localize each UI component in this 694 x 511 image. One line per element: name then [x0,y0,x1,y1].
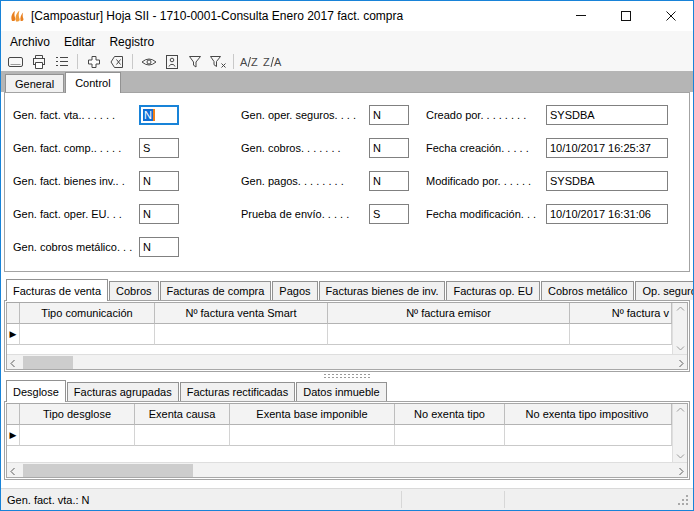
creado-por-field[interactable]: SYSDBA [546,105,668,125]
fecha-creacion-field[interactable]: 10/10/2017 16:25:37 [546,138,668,158]
column-header[interactable]: Tipo desglose [20,404,135,425]
spacer [1,480,693,488]
column-header[interactable]: No exenta tipo [395,404,505,425]
prueba-de-envio-field[interactable]: S [369,204,409,224]
gen-fact-vta-field[interactable]: N [139,105,179,125]
grid-tabstrip: Facturas de venta Cobros Facturas de com… [1,277,693,300]
maximize-button[interactable] [603,1,648,31]
tab-facturas-de-venta[interactable]: Facturas de venta [6,279,108,301]
filter-clear-icon [209,54,227,70]
scrollbar-thumb[interactable] [23,356,73,369]
field-label: Gen. cobros. . . . . . . [241,142,341,154]
horizontal-scrollbar[interactable] [7,354,687,369]
tab-control[interactable]: Control [65,72,120,93]
minimize-button[interactable] [558,1,603,31]
column-header[interactable]: Nº factura venta Smart [155,303,328,324]
tab-facturas-bienes-de-inv[interactable]: Facturas bienes de inv. [319,281,446,300]
window-title: [Campoastur] Hoja SII - 1710-0001-Consul… [31,9,403,23]
tab-facturas-agrupadas[interactable]: Facturas agrupadas [67,382,179,401]
scroll-right-icon[interactable] [679,467,684,476]
scroll-down-icon[interactable] [676,346,685,351]
table-cell[interactable] [395,425,505,446]
tab-general[interactable]: General [5,74,64,92]
table-row[interactable]: ▶ [7,324,672,345]
gen-oper-seguros-field[interactable]: N [369,105,409,125]
sort-za-icon: ZA [262,54,283,70]
menu-registro[interactable]: Registro [102,33,161,51]
tab-facturas-rectificadas[interactable]: Facturas rectificadas [180,382,295,401]
sort-descending-button[interactable]: ZA [261,53,284,71]
vertical-scrollbar[interactable] [672,303,687,354]
scroll-down-icon[interactable] [676,454,685,459]
scrollbar-thumb[interactable] [23,464,193,477]
current-row-indicator: ▶ [7,425,20,446]
toolbar-separator [233,54,234,69]
gen-fact-comp-field[interactable]: S [139,138,179,158]
menu-editar[interactable]: Editar [57,33,102,51]
table-cell[interactable] [230,425,395,446]
filter-button[interactable] [183,53,206,71]
svg-text:A: A [240,56,248,68]
add-record-button[interactable] [82,53,105,71]
sort-az-icon: AZ [239,54,260,70]
current-row-indicator: ▶ [7,324,20,345]
view-button[interactable] [137,53,160,71]
tab-pagos[interactable]: Pagos [272,281,317,300]
horizontal-scrollbar[interactable] [7,462,687,477]
table-cell[interactable] [505,425,672,446]
tab-datos-inmueble[interactable]: Datos inmueble [296,382,386,401]
record-card-button[interactable] [160,53,183,71]
window-controls [558,1,693,31]
sort-ascending-button[interactable]: AZ [238,53,261,71]
tab-op-seguros[interactable]: Op. seguros [635,281,694,300]
table-cell[interactable] [20,425,135,446]
table-cell[interactable] [570,324,672,345]
menu-archivo[interactable]: Archivo [3,33,57,51]
column-header[interactable]: Nº factura emisor [328,303,570,324]
tab-facturas-op-eu[interactable]: Facturas op. EU [446,281,539,300]
table-cell[interactable] [135,425,230,446]
gen-fact-bienes-inv-field[interactable]: N [139,171,179,191]
delete-record-button[interactable] [105,53,128,71]
gen-cobros-field[interactable]: N [369,138,409,158]
scroll-left-icon[interactable] [10,467,15,476]
grid-header-row: Tipo comunicación Nº factura venta Smart… [7,303,672,324]
row-indicator-icon: ▶ [10,330,17,339]
filter-clear-button[interactable] [206,53,229,71]
table-cell[interactable] [328,324,570,345]
column-header[interactable]: Exenta base imponible [230,404,395,425]
column-header[interactable]: Nº factura v [570,303,672,324]
scroll-up-icon[interactable] [676,407,685,412]
form-button[interactable] [4,53,27,71]
tab-cobros-metalico[interactable]: Cobros metálico [541,281,634,300]
close-button[interactable] [648,1,693,31]
toolbar: AZ ZA [1,52,693,71]
list-button[interactable] [50,53,73,71]
scroll-right-icon[interactable] [679,359,684,368]
tab-facturas-de-compra[interactable]: Facturas de compra [160,281,272,300]
indicator-header-cell [7,404,20,425]
table-row[interactable]: ▶ [7,425,672,446]
column-header[interactable]: Exenta causa [135,404,230,425]
field-label: Creado por. . . . . . . . [426,109,526,121]
gen-pagos-field[interactable]: N [369,171,409,191]
fecha-modificacion-field[interactable]: 10/10/2017 16:31:06 [546,204,668,224]
column-header[interactable]: No exenta tipo impositivo [505,404,672,425]
print-icon [31,54,47,70]
scroll-up-icon[interactable] [676,306,685,311]
column-header[interactable]: Tipo comunicación [20,303,155,324]
gen-cobros-metalico-field[interactable]: N [139,237,179,257]
vertical-scrollbar[interactable] [672,404,687,462]
scroll-left-icon[interactable] [10,359,15,368]
row-indicator-icon: ▶ [10,431,17,440]
modificado-por-field[interactable]: SYSDBA [546,171,668,191]
gen-fact-oper-eu-field[interactable]: N [139,204,179,224]
tab-desglose[interactable]: Desglose [6,380,66,402]
tab-cobros[interactable]: Cobros [109,281,158,300]
print-button[interactable] [27,53,50,71]
table-cell[interactable] [20,324,155,345]
resize-grip-icon[interactable] [678,495,680,497]
selected-text: N [143,109,153,121]
toolbar-separator [132,54,133,69]
table-cell[interactable] [155,324,328,345]
